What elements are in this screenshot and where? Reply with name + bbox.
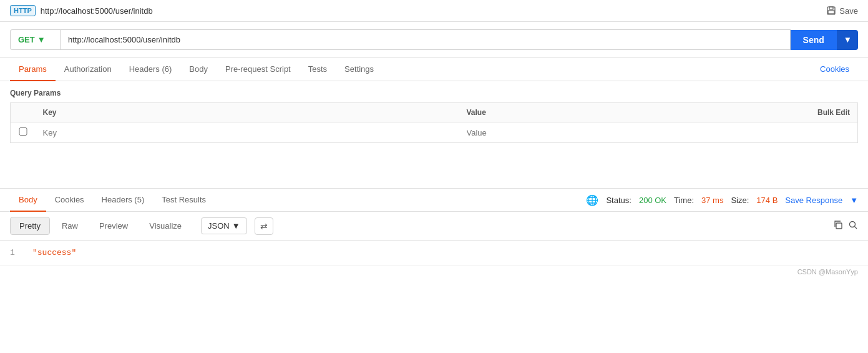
wrap-button[interactable]: ⇄ [255, 217, 273, 235]
globe-icon: 🌐 [586, 194, 598, 206]
row-checkbox-cell [11, 122, 36, 143]
method-label: GET [18, 35, 35, 44]
response-wrapper: 1 "success" [0, 241, 868, 265]
url-input[interactable] [60, 29, 791, 50]
tab-cookies[interactable]: Cookies [811, 58, 858, 81]
request-bar: GET ▼ Send ▼ [0, 22, 868, 58]
send-dropdown-button[interactable]: ▼ [837, 30, 858, 50]
col-bulk-header[interactable]: Bulk Edit [744, 103, 857, 122]
tab-prerequest[interactable]: Pre-request Script [217, 58, 300, 81]
svg-rect-3 [836, 223, 842, 229]
response-tab-body[interactable]: Body [10, 189, 46, 212]
size-value: 174 B [756, 196, 778, 205]
row-value-input[interactable] [467, 128, 737, 137]
code-view: 1 "success" [0, 241, 868, 265]
size-label: Size: [731, 196, 749, 205]
spacer [0, 151, 868, 188]
table-row [11, 122, 858, 143]
tab-params[interactable]: Params [10, 58, 56, 81]
svg-rect-2 [828, 11, 834, 14]
response-tabs: Body Cookies Headers (5) Test Results 🌐 … [0, 189, 868, 212]
request-tabs: Params Authorization Headers (6) Body Pr… [0, 58, 868, 81]
search-button[interactable] [848, 220, 858, 232]
response-actions [833, 220, 858, 232]
code-content: "success" [32, 248, 76, 257]
tab-authorization[interactable]: Authorization [56, 58, 120, 81]
col-key-header: Key [36, 103, 459, 122]
row-checkbox[interactable] [18, 127, 28, 136]
response-tab-test-results[interactable]: Test Results [153, 189, 215, 212]
response-meta: 🌐 Status: 200 OK Time: 37 ms Size: 174 B… [586, 194, 858, 206]
visualize-button[interactable]: Visualize [140, 217, 191, 235]
response-tab-headers[interactable]: Headers (5) [93, 189, 154, 212]
top-bar-left: HTTP http://localhost:5000/user/initdb [10, 5, 153, 16]
preview-button[interactable]: Preview [90, 217, 137, 235]
time-value: 37 ms [701, 196, 723, 205]
search-icon [848, 220, 858, 230]
format-dropdown[interactable]: JSON ▼ [201, 217, 247, 234]
watermark: CSDN @MasonYyp [0, 265, 868, 278]
save-label: Save [839, 6, 858, 16]
params-table: Key Value Bulk Edit [10, 102, 858, 143]
copy-icon [833, 220, 843, 230]
tab-headers[interactable]: Headers (6) [120, 58, 181, 81]
save-response-button[interactable]: Save Response [785, 196, 842, 205]
raw-button[interactable]: Raw [52, 217, 87, 235]
wrap-icon: ⇄ [260, 221, 268, 231]
row-value-cell [459, 122, 744, 143]
method-chevron-icon: ▼ [37, 35, 46, 44]
col-checkbox [11, 103, 36, 122]
status-label: Status: [606, 196, 631, 205]
tab-settings[interactable]: Settings [336, 58, 383, 81]
top-bar-url: http://localhost:5000/user/initdb [41, 6, 153, 16]
format-chevron-icon: ▼ [232, 221, 240, 231]
response-toolbar: Pretty Raw Preview Visualize JSON ▼ ⇄ [0, 212, 868, 241]
time-label: Time: [674, 196, 694, 205]
tab-tests[interactable]: Tests [300, 58, 336, 81]
response-section: Body Cookies Headers (5) Test Results 🌐 … [0, 188, 868, 265]
save-button[interactable]: Save [826, 6, 858, 16]
copy-button[interactable] [833, 220, 843, 232]
svg-point-4 [850, 221, 856, 227]
save-response-chevron-icon[interactable]: ▼ [850, 196, 858, 205]
query-params-title: Query Params [10, 89, 858, 97]
pretty-button[interactable]: Pretty [10, 217, 50, 235]
col-value-header: Value [459, 103, 744, 122]
tab-body[interactable]: Body [180, 58, 217, 81]
svg-line-5 [855, 226, 857, 229]
status-value: 200 OK [639, 196, 666, 205]
response-tab-cookies[interactable]: Cookies [46, 189, 93, 212]
send-btn-wrapper: Send ▼ [791, 30, 858, 50]
top-bar: HTTP http://localhost:5000/user/initdb S… [0, 0, 868, 22]
row-bulk-cell [744, 122, 857, 143]
save-icon [826, 6, 836, 16]
line-number: 1 [10, 248, 22, 257]
send-chevron-icon: ▼ [844, 35, 852, 44]
svg-rect-1 [829, 7, 833, 9]
method-select[interactable]: GET ▼ [10, 29, 60, 50]
query-params-section: Query Params Key Value Bulk Edit [0, 81, 868, 151]
http-badge: HTTP [10, 5, 36, 16]
row-key-cell [36, 122, 459, 143]
row-key-input[interactable] [43, 128, 452, 137]
send-button[interactable]: Send [791, 30, 837, 50]
format-label: JSON [208, 221, 230, 231]
